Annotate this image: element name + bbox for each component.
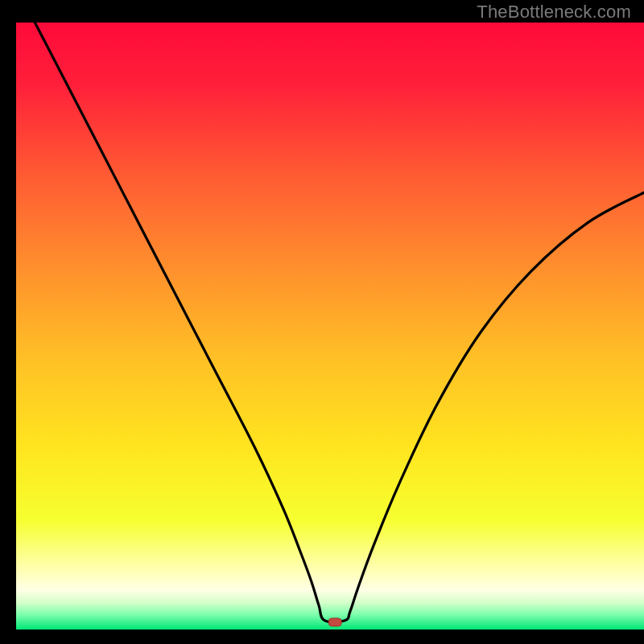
plot-background [16, 23, 644, 630]
bottleneck-chart [0, 0, 644, 644]
optimal-marker [328, 618, 341, 626]
watermark-label: TheBottleneck.com [477, 2, 631, 23]
chart-frame: TheBottleneck.com [0, 0, 644, 644]
